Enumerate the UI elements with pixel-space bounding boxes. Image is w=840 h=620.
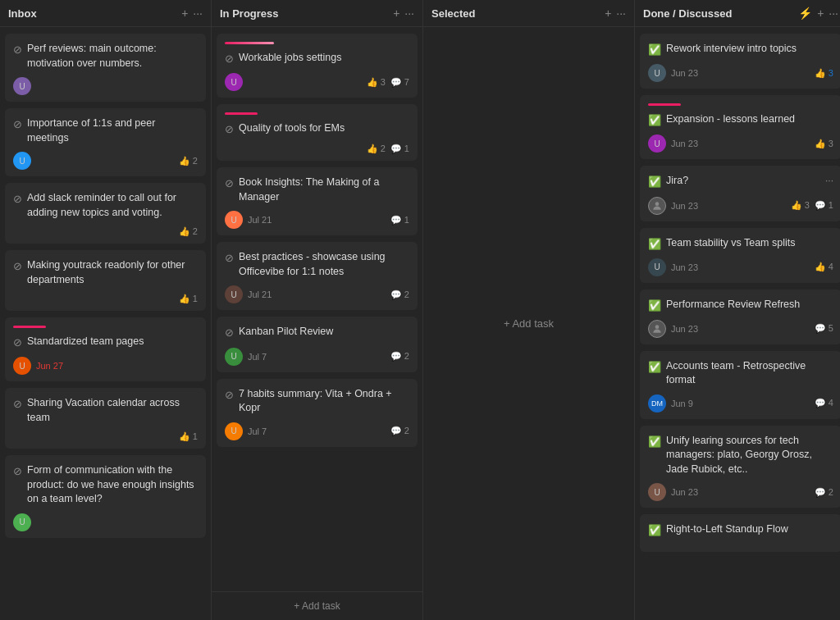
circle-check-icon: ⊘	[225, 326, 234, 340]
done-check-icon: ✅	[648, 113, 661, 128]
done-check-icon: ✅	[648, 237, 661, 252]
inbox-add-icon[interactable]: +	[181, 7, 188, 20]
inprogress-add-task[interactable]: + Add task	[212, 591, 422, 620]
selected-add-icon[interactable]: +	[605, 7, 611, 20]
inbox-card-7[interactable]: ⊘ Form of communication with the product…	[5, 455, 206, 538]
inprogress-card-5[interactable]: ⊘ Kanban Pilot Review U Jul 7 💬 2	[217, 317, 418, 372]
done-check-icon: ✅	[648, 43, 661, 57]
circle-check-icon: ⊘	[13, 192, 22, 207]
like-count: 👍 1	[179, 431, 198, 442]
done-check-icon: ✅	[648, 175, 661, 189]
done-add-icon[interactable]: +	[817, 7, 824, 20]
done-card-4[interactable]: ✅ Team stability vs Team splits U Jun 23…	[640, 228, 840, 283]
selected-title: Selected	[431, 7, 600, 20]
inbox-card-4[interactable]: ⊘ Making youtrack readonly for other dep…	[5, 250, 206, 311]
inprogress-header: In Progress + ···	[212, 0, 422, 27]
like-count: 👍 3	[815, 68, 833, 79]
card-date: Jun 27	[36, 361, 63, 371]
done-card-7-title: ✅ Unify learing sources for tech manager…	[648, 434, 833, 477]
done-card-6[interactable]: ✅ Accounts team - Retrospective format D…	[640, 351, 840, 419]
done-card-7[interactable]: ✅ Unify learing sources for tech manager…	[640, 426, 840, 508]
inprogress-card-3[interactable]: ⊘ Book Insights: The Making of a Manager…	[217, 167, 418, 235]
progress-bar	[648, 103, 681, 106]
avatar: U	[225, 73, 243, 91]
circle-check-icon: ⊘	[13, 259, 22, 274]
avatar: U	[13, 77, 31, 95]
circle-check-icon: ⊘	[13, 464, 22, 479]
avatar: U	[225, 422, 243, 440]
card-date: Jul 7	[248, 352, 267, 362]
inbox-header: Inbox + ···	[0, 0, 211, 27]
inprogress-card-6-title: ⊘ 7 habits summary: Vita + Ondra + Kopr	[225, 387, 409, 416]
done-body: ✅ Rework interview intro topics U Jun 23…	[635, 27, 840, 620]
selected-add-task-btn[interactable]: + Add task	[504, 317, 554, 330]
inbox-body: ⊘ Perf reviews: main outcome: motivation…	[0, 27, 211, 620]
comment-count: 💬 7	[390, 77, 409, 88]
done-title: Done / Discussed	[643, 7, 793, 20]
done-card-2-title: ✅ Expansion - lessons learned	[648, 112, 833, 128]
done-card-5-title: ✅ Performance Review Refresh	[648, 298, 833, 313]
avatar: U	[648, 258, 666, 276]
done-card-2[interactable]: ✅ Expansion - lessons learned U Jun 23 👍…	[640, 95, 840, 159]
card-more-icon[interactable]: ···	[825, 174, 833, 188]
inprogress-card-2-title: ⊘ Quality of tools for EMs	[225, 121, 409, 137]
done-card-3[interactable]: ✅ Jira? ··· Jun 23 👍 3 💬 1	[640, 166, 840, 221]
progress-bar	[13, 326, 46, 328]
done-check-icon: ✅	[648, 299, 661, 313]
column-done: Done / Discussed ⚡ + ··· ✅ Rework interv…	[635, 0, 840, 620]
done-card-6-title: ✅ Accounts team - Retrospective format	[648, 359, 833, 388]
avatar: U	[225, 285, 243, 303]
selected-more-icon[interactable]: ···	[616, 7, 626, 20]
inprogress-card-5-title: ⊘ Kanban Pilot Review	[225, 325, 409, 340]
selected-body: + Add task	[423, 27, 634, 620]
avatar: U	[648, 134, 666, 153]
card-date: Jun 23	[671, 324, 698, 334]
inprogress-card-6[interactable]: ⊘ 7 habits summary: Vita + Ondra + Kopr …	[217, 379, 418, 447]
inprogress-add-icon[interactable]: +	[393, 7, 399, 20]
inprogress-card-4[interactable]: ⊘ Best practices - showcase using Office…	[217, 242, 418, 310]
progress-bar	[225, 42, 274, 44]
comment-count: 💬 2	[390, 289, 409, 300]
comment-count: 💬 1	[815, 200, 833, 211]
comment-count: 💬 4	[815, 398, 833, 408]
avatar: U	[13, 513, 31, 531]
inbox-more-icon[interactable]: ···	[193, 7, 203, 20]
inprogress-card-4-title: ⊘ Best practices - showcase using Office…	[225, 250, 409, 279]
inbox-card-1-title: ⊘ Perf reviews: main outcome: motivation…	[13, 42, 198, 71]
comment-count: 💬 5	[815, 323, 833, 334]
inbox-card-1[interactable]: ⊘ Perf reviews: main outcome: motivation…	[5, 34, 206, 102]
comment-count: 💬 2	[390, 351, 409, 362]
column-inbox: Inbox + ··· ⊘ Perf reviews: main outcome…	[0, 0, 212, 620]
svg-point-1	[655, 325, 660, 329]
card-date: Jun 23	[671, 487, 698, 497]
done-card-8[interactable]: ✅ Right-to-Left Standup Flow	[640, 514, 840, 551]
inbox-card-6[interactable]: ⊘ Sharing Vacation calendar across team …	[5, 388, 206, 449]
inprogress-card-2[interactable]: ⊘ Quality of tools for EMs 👍 2 💬 1	[217, 104, 418, 161]
done-more-icon[interactable]: ···	[829, 7, 838, 20]
inprogress-card-1-title: ⊘ Workable jobs settings	[225, 51, 409, 66]
done-check-icon: ✅	[648, 360, 661, 375]
avatar-dm: DM	[648, 394, 666, 413]
card-date: Jul 21	[248, 289, 272, 299]
circle-check-icon: ⊘	[225, 122, 234, 137]
inprogress-card-3-title: ⊘ Book Insights: The Making of a Manager	[225, 176, 409, 204]
inbox-card-5[interactable]: ⊘ Standardized team pages U Jun 27	[5, 317, 206, 381]
selected-header: Selected + ···	[423, 0, 634, 27]
comment-count: 💬 1	[390, 144, 409, 154]
inprogress-more-icon[interactable]: ···	[404, 7, 414, 20]
done-header: Done / Discussed ⚡ + ···	[635, 0, 840, 27]
circle-check-icon: ⊘	[13, 397, 22, 412]
like-count: 👍 3	[815, 139, 833, 149]
inprogress-card-1[interactable]: ⊘ Workable jobs settings U 👍 3 💬 7	[217, 34, 418, 98]
avatar: U	[13, 152, 31, 170]
inbox-card-3[interactable]: ⊘ Add slack reminder to call out for add…	[5, 183, 206, 244]
done-card-1[interactable]: ✅ Rework interview intro topics U Jun 23…	[640, 34, 840, 89]
done-card-3-title: ✅ Jira? ···	[648, 174, 833, 189]
avatar: U	[13, 357, 31, 375]
like-count: 👍 2	[179, 156, 198, 166]
column-selected: Selected + ··· + Add task	[423, 0, 635, 620]
inbox-card-2[interactable]: ⊘ Importance of 1:1s and peer meetings U…	[5, 108, 206, 176]
like-count: 👍 4	[815, 262, 833, 272]
like-count: 👍 2	[179, 226, 198, 237]
done-card-5[interactable]: ✅ Performance Review Refresh Jun 23 💬 5	[640, 289, 840, 344]
